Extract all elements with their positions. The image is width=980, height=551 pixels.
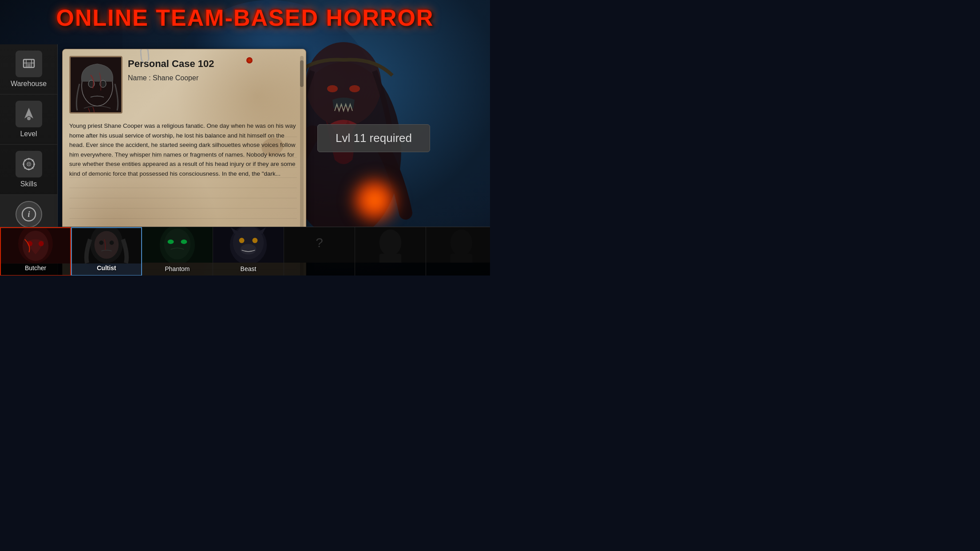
level-required-banner: Lvl 11 required (317, 124, 430, 152)
character-slot-empty-2[interactable] (355, 227, 426, 276)
photo-inner (71, 57, 121, 112)
case-title-area: Personal Case 102 Name : Shane Cooper (128, 56, 299, 82)
svg-text:?: ? (316, 235, 323, 249)
svg-point-24 (99, 240, 103, 245)
paperclip-decoration (140, 49, 150, 63)
svg-point-28 (164, 228, 191, 260)
sidebar-item-warehouse[interactable]: Warehouse (0, 44, 57, 94)
character-slot-phantom[interactable]: Phantom (142, 227, 213, 276)
svg-point-29 (168, 240, 174, 244)
svg-point-35 (252, 238, 257, 243)
phantom-name: Phantom (165, 265, 190, 272)
level-required-text: Lvl 11 required (336, 131, 412, 145)
skills-label: Skills (20, 180, 37, 188)
character-photo (69, 56, 122, 114)
beast-name: Beast (241, 265, 257, 272)
beast-portrait (213, 227, 284, 263)
warehouse-icon (16, 51, 42, 77)
info-icon: i (16, 201, 42, 228)
svg-point-7 (27, 117, 31, 120)
svg-point-1 (306, 42, 381, 126)
svg-point-36 (241, 244, 257, 255)
svg-point-40 (379, 229, 402, 256)
case-header: Personal Case 102 Name : Shane Cooper (69, 56, 299, 114)
character-bar: Butcher Cultist (0, 227, 490, 276)
svg-rect-44 (450, 253, 473, 262)
svg-point-20 (39, 241, 44, 246)
svg-point-34 (239, 238, 245, 243)
svg-rect-41 (379, 253, 402, 262)
fire-glow (348, 173, 401, 227)
phantom-portrait (142, 227, 213, 263)
page-title: ONLINE TEAM-BASED HORROR (0, 4, 490, 31)
character-slot-beast[interactable]: Beast (213, 227, 284, 276)
character-slot-cultist[interactable]: Cultist (71, 227, 142, 276)
svg-rect-6 (27, 64, 31, 67)
sidebar-item-skills[interactable]: Skills (0, 145, 57, 195)
svg-point-3 (327, 85, 338, 92)
level-icon (16, 101, 42, 127)
empty-portrait-2 (355, 227, 426, 263)
svg-point-43 (450, 229, 473, 256)
cultist-portrait (72, 228, 141, 264)
skills-icon (16, 151, 42, 177)
character-slot-butcher[interactable]: Butcher (0, 227, 71, 276)
svg-point-30 (181, 240, 187, 244)
case-body-text: Young priest Shane Cooper was a religiou… (69, 119, 299, 181)
level-label: Level (20, 130, 37, 138)
empty-portrait-1: ? (284, 227, 355, 263)
cultist-name: Cultist (97, 264, 116, 272)
butcher-name: Butcher (25, 264, 46, 272)
svg-point-4 (349, 85, 360, 92)
case-title: Personal Case 102 (128, 58, 299, 70)
svg-text:i: i (28, 210, 30, 219)
svg-point-23 (95, 231, 119, 258)
character-slot-empty-3[interactable] (426, 227, 490, 276)
svg-point-25 (110, 240, 114, 245)
scroll-thumb[interactable] (300, 60, 304, 87)
blood-stain (246, 57, 253, 63)
warehouse-label: Warehouse (11, 80, 47, 88)
butcher-portrait (1, 228, 70, 264)
character-slot-empty-1[interactable]: ? (284, 227, 355, 276)
sidebar-item-level[interactable]: Level (0, 94, 57, 145)
empty-portrait-3 (426, 227, 490, 263)
case-subject-name: Name : Shane Cooper (128, 74, 299, 82)
